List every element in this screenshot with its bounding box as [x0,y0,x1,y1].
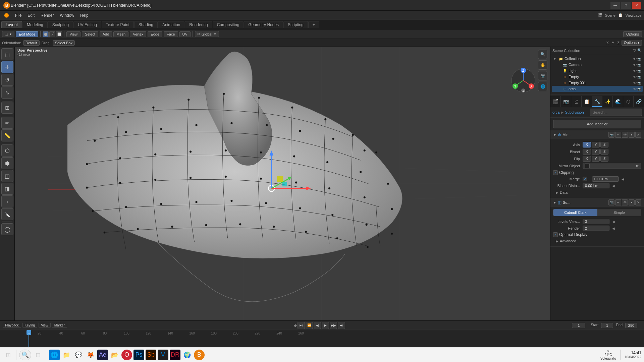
menu-file[interactable]: File [12,12,24,18]
hand-tool-btn[interactable]: ✋ [538,60,547,70]
ws-tab-modeling[interactable]: Modeling [22,21,48,28]
merge-checkbox[interactable] [583,177,587,181]
explorer-btn[interactable]: 📁 [61,350,72,360]
sub-edit-btn[interactable]: ✏ [615,199,621,205]
ws-tab-uvediting[interactable]: UV Editing [73,21,101,28]
clipping-checkbox[interactable] [553,170,558,175]
catmull-clark-btn[interactable]: Catmull-Clark [553,209,597,216]
jump-start-btn[interactable]: ⏮ [298,322,305,329]
orientation-value[interactable]: Default [23,40,40,46]
bisect-dist-expand-icon[interactable]: ◀ [612,184,615,188]
ps-btn[interactable]: Ps [133,350,144,360]
menu-blender[interactable]: 🟠 [1,12,12,18]
folder2-btn[interactable]: 📂 [109,350,120,360]
inset-tool[interactable]: ◫ [1,170,13,182]
mirror-expand-icon[interactable]: ▼ [553,133,556,137]
loop-cut-tool[interactable]: ⬩ [1,195,13,207]
add-modifier-button[interactable]: Add Modifier [553,120,641,128]
uv-menu[interactable]: UV [179,31,191,37]
mirror-object-field[interactable]: ✏ [583,163,641,169]
render-props-icon[interactable]: 📷 [561,96,571,107]
view-menu[interactable]: View [66,31,80,37]
firefox-btn[interactable]: 🦊 [85,350,96,360]
davinci-btn[interactable]: DR [170,350,180,360]
close-button[interactable]: ✕ [632,2,641,9]
viewport-3d[interactable]: User Perspective (1) orca Z X Y [15,47,550,320]
mirror-camera-btn[interactable]: 📷 [608,132,614,138]
mesh-menu[interactable]: Mesh [113,31,128,37]
collection-vis-icon[interactable]: 👁 [633,57,637,61]
empty001-vis-icon[interactable]: 👁 [633,81,637,85]
flip-x-btn[interactable]: X [583,156,591,162]
extrude-tool[interactable]: ⬢ [1,157,13,169]
jump-end-btn[interactable]: ⏭ [338,322,345,329]
view-layer-props-icon[interactable]: 📋 [582,96,592,107]
orca-render-icon[interactable]: 📷 [637,87,641,91]
camera-view-btn[interactable]: 📷 [538,71,547,80]
minimize-button[interactable]: — [610,2,620,9]
mirror-edit-btn[interactable]: ✏ [615,132,621,138]
simple-btn[interactable]: Simple [597,209,641,216]
tree-item-empty001[interactable]: ⊕ Empty.001 👁 📷 [552,80,643,86]
optimal-checkbox[interactable] [553,232,558,237]
add-cube-tool[interactable]: ⬡ [1,144,13,157]
tree-item-light[interactable]: 💡 Light 👁 📷 [552,68,643,74]
tree-item-collection[interactable]: ▼ 📁 Collection 👁 📷 [552,56,643,62]
options-btn[interactable]: Options [623,31,642,37]
sub-camera-btn[interactable]: 📷 [608,199,614,205]
orca-vis-icon[interactable]: 👁 [633,87,637,91]
vertex-select-btn[interactable]: ⬤ [43,31,49,37]
opera-btn[interactable]: O [121,350,132,360]
tree-item-empty[interactable]: ⊕ Empty 👁 📷 [552,74,643,80]
marker-menu[interactable]: Marker [52,323,67,328]
options-value[interactable]: Options ▾ [622,40,642,46]
merge-expand-icon[interactable]: ◀ [622,177,624,181]
bisect-x-btn[interactable]: X [583,149,591,155]
axis-x-btn[interactable]: X [583,142,591,147]
mirror-render-btn[interactable]: ● [629,132,635,138]
start-frame-input[interactable] [601,323,613,328]
chat-btn[interactable]: 💬 [73,350,84,360]
ae-btn[interactable]: Ae [97,350,108,360]
properties-search[interactable] [590,109,642,116]
transform-dropdown[interactable]: ⊕ Global ▼ [195,31,219,37]
maximize-button[interactable]: □ [621,2,631,9]
tree-item-orca[interactable]: ⬡ orca 👁 📷 [552,86,643,92]
menu-window[interactable]: Window [57,12,77,18]
particles-props-icon[interactable]: ✨ [602,96,613,107]
levels-value[interactable]: 3 [583,219,609,224]
start-button[interactable]: ⊞ [3,350,13,360]
merge-value[interactable]: 0.001 m [592,176,619,182]
vertex-menu[interactable]: Vertex [130,31,146,37]
sub-expand-icon[interactable]: ▼ [553,201,556,204]
bisect-y-btn[interactable]: Y [592,149,600,155]
view-menu-timeline[interactable]: View [39,323,51,328]
modifier-props-icon[interactable]: 🔧 [592,96,602,107]
empty-render-icon[interactable]: 📷 [637,75,641,79]
step-fwd-btn[interactable]: ▶▶ [330,322,337,329]
vscode-btn[interactable]: V [158,350,168,360]
ws-tab-add[interactable]: + [308,21,319,28]
search-icon[interactable]: 🔍 [637,48,642,53]
editor-type-dropdown[interactable]: ⬚▼ [2,31,14,37]
keying-menu[interactable]: Keying [22,323,38,328]
physics-props-icon[interactable]: 🌊 [613,96,623,107]
ws-tab-scripting[interactable]: Scripting [283,21,308,28]
drag-value[interactable]: Select Box [53,40,75,46]
camera-render-icon[interactable]: 📷 [637,63,641,67]
data-section-header[interactable]: ▶ Data [553,189,641,196]
smooth-tool[interactable]: ◯ [1,223,13,235]
mode-dropdown[interactable]: Edit Mode [16,31,39,37]
scene-props-icon[interactable]: 🎬 [550,96,561,107]
add-menu[interactable]: Add [100,31,112,37]
light-vis-icon[interactable]: 👁 [633,69,637,73]
empty001-render-icon[interactable]: 📷 [637,81,641,85]
collection-render-icon[interactable]: 📷 [637,57,641,61]
measure-tool[interactable]: 📏 [1,129,13,141]
display-mode-btn[interactable]: 🌐 [538,82,547,91]
ws-tab-sculpting[interactable]: Sculpting [48,21,73,28]
render-expand-icon[interactable]: ◀ [612,227,615,230]
sb-btn[interactable]: Sb [146,350,156,360]
select-box-tool[interactable]: ⬚ [1,48,13,60]
ws-tab-layout[interactable]: Layout [1,21,22,28]
